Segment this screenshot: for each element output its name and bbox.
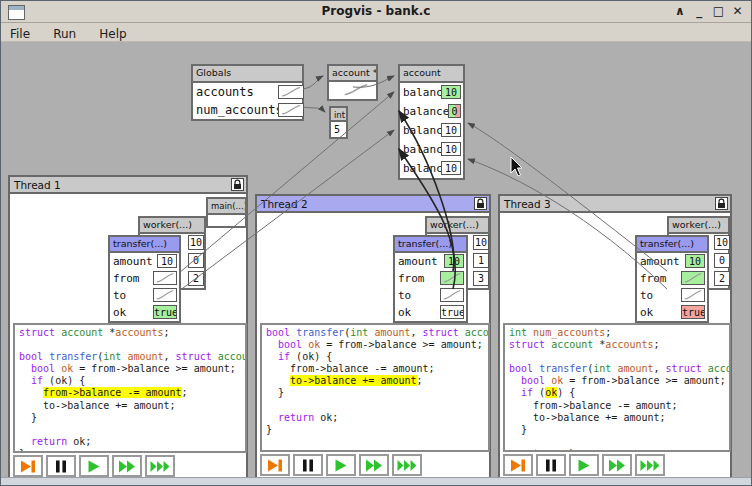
fast-forward-button[interactable] <box>359 454 389 476</box>
code-token: int <box>350 327 368 338</box>
global-var-row: accounts <box>193 83 302 101</box>
pause-button[interactable] <box>293 454 323 476</box>
code-token: = from->balance >= amount; <box>320 339 483 350</box>
code-line: to->balance += amount; <box>266 375 488 387</box>
transfer-frame-box-title: transfer(...) <box>637 237 707 253</box>
code-view: int num_accounts;struct account *account… <box>503 323 731 452</box>
code-line: from->balance -= amount; <box>266 363 488 375</box>
play-button[interactable] <box>569 454 599 476</box>
code-view: struct account *accounts;bool transfer(i… <box>13 323 247 453</box>
code-token: accou <box>465 327 490 338</box>
playback-controls <box>503 454 665 476</box>
main-frame-box[interactable]: main(...) <box>206 197 247 228</box>
minimize-button[interactable]: _ <box>692 4 707 18</box>
code-token: transfer <box>49 351 97 362</box>
value-cell: true <box>681 305 705 319</box>
account-pointer-box[interactable]: account * <box>327 64 378 101</box>
balance-label: balance <box>403 105 449 118</box>
transfer-frame-box[interactable]: transfer(...)amount10fromtooktrue <box>108 235 181 323</box>
code-token: ; <box>654 339 660 350</box>
thread-title-bar[interactable]: Thread 2 <box>257 196 489 213</box>
frame-var-name: amount <box>113 255 153 268</box>
frame-var-name: to <box>640 289 653 302</box>
code-token <box>266 351 278 362</box>
code-token: = from->balance >= amount; <box>73 363 236 374</box>
code-token: account <box>551 339 593 350</box>
code-line <box>509 436 729 448</box>
fast-forward-button[interactable] <box>602 454 632 476</box>
transfer-frame-box[interactable]: transfer(...)amount10fromtooktrue <box>635 235 709 323</box>
account-array-box[interactable]: accountbalance10balance0balance10balance… <box>398 64 465 180</box>
thread-title-bar[interactable]: Thread 1 <box>10 177 246 194</box>
code-token: } <box>509 424 527 435</box>
code-token: = from->balance >= amount; <box>563 375 726 386</box>
code-line: } <box>19 412 245 424</box>
titlebar[interactable]: Progvis - bank.c ∧ _ □ ✕ <box>1 1 751 23</box>
shade-button[interactable]: ∧ <box>672 4 687 18</box>
play-icon <box>334 459 348 472</box>
play-button[interactable] <box>326 454 356 476</box>
pause-button[interactable] <box>46 455 76 477</box>
code-token: ( <box>533 387 545 398</box>
fastest-forward-button[interactable] <box>635 454 665 476</box>
code-token: if <box>31 375 43 386</box>
code-token: struct <box>509 339 545 350</box>
value-cell: 10 <box>444 254 464 268</box>
frame-var-name: from <box>113 272 140 285</box>
pointer-squiggle-icon <box>682 272 704 284</box>
fastest-forward-button[interactable] <box>145 455 175 477</box>
pointer-cell <box>278 85 304 99</box>
code-line: bool transfer(int amount, struct accou <box>266 327 488 339</box>
frame-var-row: oktrue <box>395 304 466 321</box>
pause-icon <box>301 459 315 472</box>
fff-icon <box>640 459 661 472</box>
frame-var-row: to <box>110 287 179 304</box>
step-button[interactable] <box>260 454 290 476</box>
menu-run[interactable]: Run <box>44 25 85 41</box>
code-token: from->balance -= amount; <box>266 363 435 374</box>
worker-value-cell: 2 <box>714 271 730 286</box>
code-token: } <box>266 387 284 398</box>
code-token: ok; <box>557 448 581 452</box>
maximize-button[interactable]: □ <box>711 4 726 18</box>
value-cell: 10 <box>441 123 461 137</box>
int-box[interactable]: int5 <box>329 106 348 139</box>
code-token <box>266 339 278 350</box>
fastest-forward-button[interactable] <box>392 454 422 476</box>
pointer-squiggle-icon <box>441 272 463 284</box>
thread-title-bar[interactable]: Thread 3 <box>500 196 730 213</box>
globals-box[interactable]: Globalsaccountsnum_accounts <box>191 64 304 121</box>
pause-icon <box>544 459 558 472</box>
code-token: bool <box>19 351 43 362</box>
code-token: , <box>654 363 666 374</box>
code-line: to->balance += amount; <box>509 412 729 424</box>
thread-lock <box>474 197 487 210</box>
code-token: ; <box>164 327 170 338</box>
balance-row: balance10 <box>400 121 463 140</box>
worker-frame-box-title: worker(...) <box>669 218 728 234</box>
global-var-name: num_accounts <box>196 103 283 117</box>
ff-icon <box>118 460 137 473</box>
thread-title: Thread 1 <box>14 179 61 191</box>
frame-var-row: oktrue <box>637 304 707 321</box>
frame-var-row: from <box>637 270 707 287</box>
worker-value-cell: 0 <box>714 253 730 268</box>
step-button[interactable] <box>13 455 43 477</box>
pointer-squiggle-icon <box>154 272 176 284</box>
code-token: ok <box>61 363 73 374</box>
highlighted-code: to->balance += amount <box>290 375 416 386</box>
fast-forward-button[interactable] <box>112 455 142 477</box>
code-line: int num_accounts; <box>509 327 729 339</box>
code-token: num_accounts <box>533 327 605 338</box>
play-button[interactable] <box>79 455 109 477</box>
step-button[interactable] <box>503 454 533 476</box>
pointer-cell <box>153 271 177 285</box>
menu-file[interactable]: File <box>1 25 39 41</box>
step-icon <box>20 460 37 473</box>
pause-button[interactable] <box>536 454 566 476</box>
pointer-squiggle-icon <box>341 83 371 97</box>
menu-help[interactable]: Help <box>90 25 135 41</box>
close-button[interactable]: ✕ <box>730 4 745 18</box>
transfer-frame-box[interactable]: transfer(...)amount10fromtooktrue <box>393 235 468 323</box>
code-token <box>509 448 521 452</box>
